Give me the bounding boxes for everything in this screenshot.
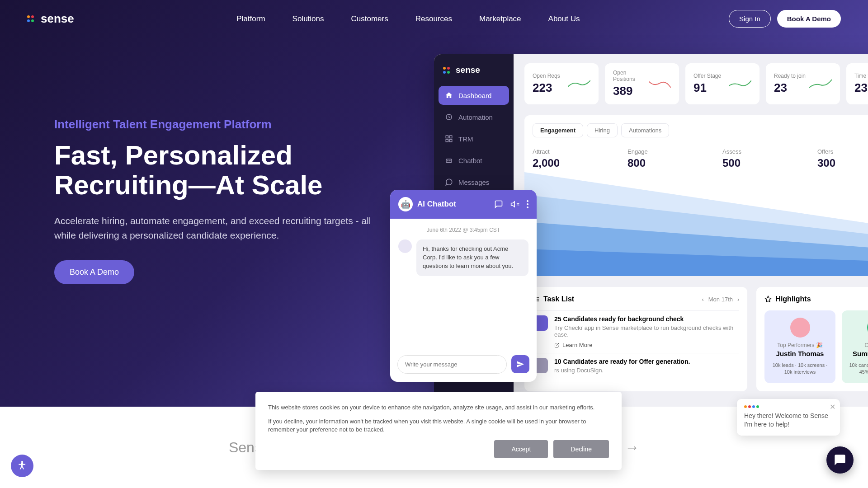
sidebar-item-messages[interactable]: Messages <box>439 173 509 192</box>
tab-automations[interactable]: Automations <box>621 123 669 137</box>
logo-dots-icon <box>744 405 833 408</box>
hero-description: Accelerate hiring, automate engagement, … <box>54 214 380 242</box>
stat-card: Ready to join23 <box>766 63 840 104</box>
chat-input[interactable] <box>397 355 507 374</box>
signin-button[interactable]: Sign In <box>729 10 771 28</box>
learn-more-link[interactable]: Learn More <box>554 342 739 348</box>
cookie-text-1: This website stores cookies on your devi… <box>268 404 609 412</box>
chat-bubble-icon <box>834 454 846 466</box>
accessibility-icon <box>16 460 28 472</box>
nav-solutions[interactable]: Solutions <box>292 14 324 23</box>
sparkline-icon <box>729 79 751 89</box>
dashboard-logo: sense <box>439 62 509 86</box>
chatbot-mockup: 🤖 AI Chatbot June 6th 2022 @ 3:45pm CST … <box>390 190 537 382</box>
highlights-widget: Highlights Top Performers 🎉 Justin Thoma… <box>756 287 868 391</box>
sidebar-item-chatbot[interactable]: Chatbot <box>439 151 509 170</box>
chevron-left-icon[interactable]: ‹ <box>702 296 703 303</box>
messages-icon <box>445 178 453 186</box>
book-demo-nav-button[interactable]: Book A Demo <box>777 10 841 28</box>
chat-message: Hi, thanks for checking out Acme Corp. I… <box>416 239 528 276</box>
funnel-area-icon <box>524 172 868 276</box>
task-item: 10 Candidates are ready for Offer genera… <box>533 353 739 378</box>
logo-dots-icon <box>27 15 36 22</box>
svg-rect-2 <box>450 136 452 138</box>
cookie-banner: This website stores cookies on your devi… <box>255 392 622 470</box>
sparkline-icon <box>568 79 590 89</box>
stat-card: Offer Stage91 <box>685 63 760 104</box>
svg-rect-5 <box>446 159 452 163</box>
chat-icon[interactable] <box>494 200 503 209</box>
chevron-right-icon[interactable]: › <box>737 296 739 303</box>
tab-engagement[interactable]: Engagement <box>533 123 583 137</box>
external-link-icon <box>554 343 560 348</box>
task-list-widget: Task List ‹Mon 17th› 25 Candidates ready… <box>524 287 747 391</box>
stat-card: Open Reqs223 <box>524 63 599 104</box>
chat-popup-text: Hey there! Welcome to Sense I'm here to … <box>744 412 833 429</box>
svg-point-15 <box>527 200 528 202</box>
sidebar-item-trm[interactable]: TRM <box>439 129 509 148</box>
svg-marker-14 <box>765 296 771 302</box>
nav-platform[interactable]: Platform <box>236 14 265 23</box>
svg-rect-1 <box>446 136 448 138</box>
send-icon <box>516 360 524 368</box>
bot-avatar-icon <box>398 239 412 253</box>
cookie-decline-button[interactable]: Decline <box>553 440 609 458</box>
nav-customers[interactable]: Customers <box>351 14 388 23</box>
sparkline-icon <box>649 79 671 89</box>
tab-hiring[interactable]: Hiring <box>587 123 618 137</box>
star-icon <box>764 296 772 303</box>
avatar <box>790 318 810 338</box>
mute-icon[interactable] <box>510 200 519 209</box>
hero-eyebrow: Intelligent Talent Engagement Platform <box>54 117 380 131</box>
bot-icon <box>445 156 453 164</box>
nav-links: Platform Solutions Customers Resources M… <box>110 14 706 23</box>
stat-row: Open Reqs223 Open Positions389 Offer Sta… <box>524 63 868 104</box>
funnel-chart: Engagement Hiring Automations Attract2,0… <box>524 115 868 276</box>
chat-timestamp: June 6th 2022 @ 3:45pm CST <box>398 227 528 233</box>
automation-icon <box>445 113 453 121</box>
svg-rect-4 <box>450 140 452 142</box>
more-icon[interactable] <box>527 200 528 209</box>
stat-card: Open Positions389 <box>605 63 679 104</box>
chat-welcome-popup: ✕ Hey there! Welcome to Sense I'm here t… <box>737 399 840 436</box>
highlight-card: Top Performers 🎉 Justin Thomas 10k leads… <box>764 310 835 383</box>
svg-point-16 <box>527 203 528 205</box>
svg-point-17 <box>527 206 528 208</box>
book-demo-hero-button[interactable]: Book A Demo <box>54 260 134 284</box>
top-nav: sense Platform Solutions Customers Resou… <box>0 0 868 38</box>
hero-title: Fast, Personalized Recruiting—At Scale <box>54 141 380 200</box>
svg-rect-3 <box>446 140 448 142</box>
brand-text: sense <box>41 12 74 26</box>
grid-icon <box>445 135 453 143</box>
cookie-accept-button[interactable]: Accept <box>494 440 548 458</box>
sidebar-item-dashboard[interactable]: Dashboard <box>439 86 509 105</box>
chat-fab-button[interactable] <box>826 446 854 474</box>
sparkline-icon <box>809 79 832 89</box>
nav-about[interactable]: About Us <box>548 14 580 23</box>
send-button[interactable] <box>511 355 529 373</box>
nav-resources[interactable]: Resources <box>415 14 452 23</box>
nav-marketplace[interactable]: Marketplace <box>479 14 521 23</box>
svg-point-6 <box>448 160 448 161</box>
close-icon[interactable]: ✕ <box>830 403 835 411</box>
task-item: 25 Candidates ready for background check… <box>533 310 739 353</box>
accessibility-fab-button[interactable] <box>11 455 33 477</box>
stat-card: Time to hire23 <box>846 63 868 104</box>
sidebar-item-automation[interactable]: Automation <box>439 108 509 127</box>
bot-avatar-icon: 🤖 <box>398 197 413 211</box>
logo[interactable]: sense <box>27 12 74 26</box>
highlight-card: ▶ Campaign Summer Hiring 10k candidates … <box>842 310 868 383</box>
svg-point-7 <box>450 160 451 161</box>
home-icon <box>445 91 453 99</box>
logo-dots-icon <box>443 67 452 74</box>
cookie-text-2: If you decline, your information won't b… <box>268 418 609 434</box>
svg-point-18 <box>21 461 23 463</box>
